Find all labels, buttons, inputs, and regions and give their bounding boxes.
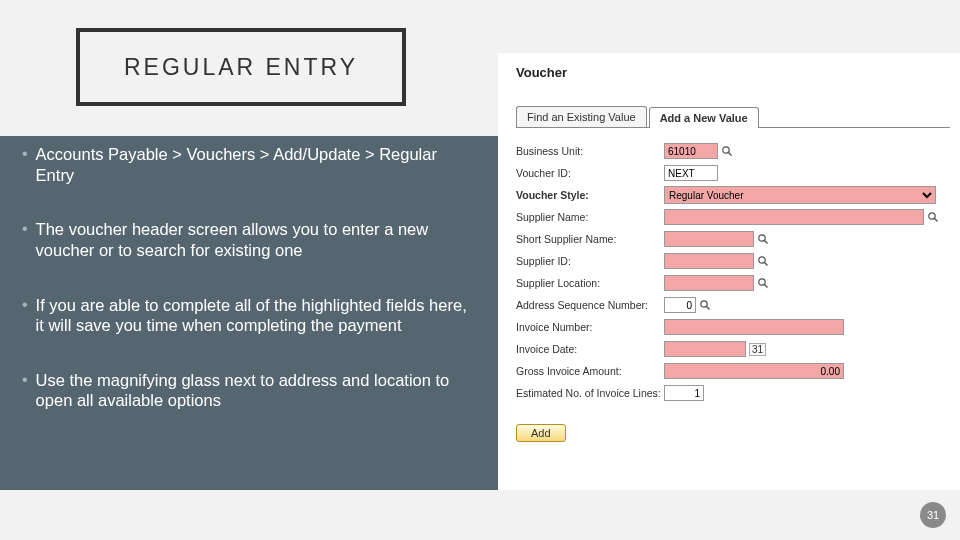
- voucher-style-select[interactable]: Regular Voucher: [664, 186, 936, 204]
- svg-point-8: [759, 279, 765, 285]
- est-lines-input[interactable]: [664, 385, 704, 401]
- magnifier-icon[interactable]: [757, 255, 769, 267]
- label-voucher-id: Voucher ID:: [516, 167, 664, 179]
- bullet-dot-icon: •: [22, 295, 28, 316]
- svg-line-3: [935, 219, 938, 222]
- svg-point-4: [759, 235, 765, 241]
- label-supplier-location: Supplier Location:: [516, 277, 664, 289]
- label-voucher-style: Voucher Style:: [516, 189, 664, 201]
- bullet-dot-icon: •: [22, 370, 28, 391]
- label-invoice-date: Invoice Date:: [516, 343, 664, 355]
- magnifier-icon[interactable]: [757, 277, 769, 289]
- tab-bar: Find an Existing Value Add a New Value: [516, 106, 950, 128]
- page-title: REGULAR ENTRY: [124, 54, 358, 81]
- supplier-location-input[interactable]: [664, 275, 754, 291]
- calendar-icon[interactable]: 31: [749, 343, 766, 356]
- bullet-item: • Use the magnifying glass next to addre…: [22, 370, 476, 411]
- add-button[interactable]: Add: [516, 424, 566, 442]
- invoice-date-input[interactable]: [664, 341, 746, 357]
- bullet-item: • If you are able to complete all of the…: [22, 295, 476, 336]
- short-supplier-name-input[interactable]: [664, 231, 754, 247]
- bullet-dot-icon: •: [22, 144, 28, 165]
- svg-line-7: [765, 263, 768, 266]
- page-number: 31: [927, 509, 939, 521]
- label-address-seq: Address Sequence Number:: [516, 299, 664, 311]
- bullet-panel: • Accounts Payable > Vouchers > Add/Upda…: [0, 136, 498, 490]
- bullet-dot-icon: •: [22, 219, 28, 240]
- svg-line-5: [765, 241, 768, 244]
- svg-point-2: [929, 213, 935, 219]
- svg-line-11: [707, 307, 710, 310]
- form-heading: Voucher: [516, 65, 950, 80]
- bullet-text: Accounts Payable > Vouchers > Add/Update…: [36, 144, 476, 185]
- label-gross-amount: Gross Invoice Amount:: [516, 365, 664, 377]
- svg-point-10: [701, 301, 707, 307]
- address-seq-input[interactable]: [664, 297, 696, 313]
- label-business-unit: Business Unit:: [516, 145, 664, 157]
- supplier-id-input[interactable]: [664, 253, 754, 269]
- supplier-name-input[interactable]: [664, 209, 924, 225]
- business-unit-input[interactable]: [664, 143, 718, 159]
- label-supplier-id: Supplier ID:: [516, 255, 664, 267]
- invoice-number-input[interactable]: [664, 319, 844, 335]
- bullet-text: Use the magnifying glass next to address…: [36, 370, 476, 411]
- magnifier-icon[interactable]: [699, 299, 711, 311]
- voucher-id-input[interactable]: [664, 165, 718, 181]
- page-number-badge: 31: [920, 502, 946, 528]
- gross-amount-input[interactable]: [664, 363, 844, 379]
- svg-line-9: [765, 285, 768, 288]
- label-invoice-number: Invoice Number:: [516, 321, 664, 333]
- svg-point-6: [759, 257, 765, 263]
- voucher-form-screenshot: Voucher Find an Existing Value Add a New…: [498, 53, 960, 490]
- bullet-text: If you are able to complete all of the h…: [36, 295, 476, 336]
- title-box: REGULAR ENTRY: [76, 28, 406, 106]
- bullet-text: The voucher header screen allows you to …: [36, 219, 476, 260]
- magnifier-icon[interactable]: [927, 211, 939, 223]
- svg-point-0: [723, 147, 729, 153]
- svg-line-1: [729, 153, 732, 156]
- label-est-lines: Estimated No. of Invoice Lines:: [516, 387, 664, 399]
- bullet-item: • The voucher header screen allows you t…: [22, 219, 476, 260]
- label-short-supplier-name: Short Supplier Name:: [516, 233, 664, 245]
- magnifier-icon[interactable]: [757, 233, 769, 245]
- magnifier-icon[interactable]: [721, 145, 733, 157]
- label-supplier-name: Supplier Name:: [516, 211, 664, 223]
- tab-find-existing[interactable]: Find an Existing Value: [516, 106, 647, 127]
- tab-add-new[interactable]: Add a New Value: [649, 107, 759, 128]
- bullet-item: • Accounts Payable > Vouchers > Add/Upda…: [22, 144, 476, 185]
